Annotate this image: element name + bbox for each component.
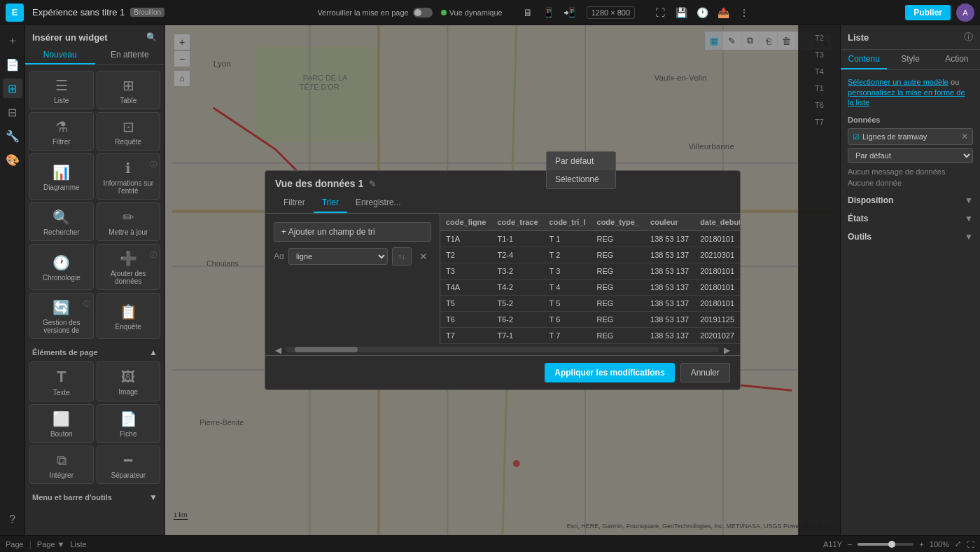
zoom-slider[interactable] (858, 543, 913, 546)
table-row[interactable]: T2T2-4T 2REG138 53 13720210301 (440, 247, 740, 263)
widget-rechercher[interactable]: 🔍 Rechercher (29, 202, 94, 241)
right-panel-title: Liste (848, 32, 869, 43)
statusbar-list[interactable]: Liste (70, 540, 86, 548)
sort-field-select[interactable]: ligne (288, 248, 388, 265)
col-code-tri[interactable]: code_tri_l (544, 214, 592, 231)
modal-tab-trier[interactable]: Trier (314, 193, 347, 213)
modal-tab-enregistre[interactable]: Enregistre... (347, 193, 410, 213)
widget-liste[interactable]: ☰ Liste (29, 71, 94, 109)
widget-separateur[interactable]: ━ Séparateur (97, 446, 161, 484)
statusbar-page-dropdown[interactable]: Page ▼ (37, 540, 65, 548)
rail-help-icon[interactable]: ? (3, 510, 22, 530)
fit-screen-icon[interactable]: ⤢ (955, 539, 961, 548)
etats-collapse[interactable]: États ▼ (848, 214, 973, 223)
save-icon[interactable]: 💾 (673, 4, 690, 21)
desktop-icon[interactable]: 🖥 (519, 4, 536, 21)
widget-integrer[interactable]: ⧉ Intégrer (29, 446, 94, 484)
tablet-icon[interactable]: 📱 (540, 4, 557, 21)
table-row[interactable]: T1AT1-1T 1REG138 53 13720180101 (440, 231, 740, 247)
sort-field-order-btn[interactable]: ↑↓ (392, 247, 412, 265)
apply-button[interactable]: Appliquer les modifications (545, 363, 674, 382)
publish-button[interactable]: Publier (905, 5, 951, 20)
mobile-icon[interactable]: 📲 (561, 4, 578, 21)
app-title: Expérience sans titre 1 (32, 7, 125, 18)
history-icon[interactable]: 🕐 (694, 4, 710, 21)
fullscreen-icon[interactable]: ⛶ (967, 540, 974, 548)
modal-header: Vue des données 1 ✎ (265, 171, 740, 193)
scroll-left-arrow[interactable]: ◀ (275, 345, 281, 355)
modal-tab-filtrer[interactable]: Filtrer (275, 193, 314, 213)
right-panel-header: Liste ⓘ (841, 25, 980, 50)
cancel-button[interactable]: Annuler (680, 363, 730, 382)
col-date-debut[interactable]: date_debut (694, 214, 740, 231)
fiche-label: Fiche (120, 430, 136, 438)
more-icon[interactable]: ⋮ (736, 4, 752, 21)
tab-nouveau[interactable]: Nouveau (25, 46, 95, 64)
disposition-collapse[interactable]: Disposition ▼ (848, 195, 973, 205)
dropdown-selectionne[interactable]: Sélectionné (547, 170, 615, 188)
col-couleur[interactable]: couleur (645, 214, 694, 231)
widget-info-entite[interactable]: ℹⓘ Informations sur l'entité (97, 153, 161, 200)
preview-icon[interactable]: ⛶ (652, 4, 668, 21)
data-default-select[interactable]: Par défaut (848, 148, 973, 163)
widget-ajouter-donnees[interactable]: ➕ⓘ Ajouter des données (97, 244, 161, 290)
etats-chevron: ▼ (965, 214, 973, 223)
lock-layout[interactable]: Verrouiller la mise en page (317, 8, 432, 18)
widget-panel-search-icon[interactable]: 🔍 (145, 31, 158, 43)
lock-toggle[interactable] (413, 8, 433, 18)
col-code-type[interactable]: code_type_ (592, 214, 645, 231)
rail-pages-icon[interactable]: 📄 (3, 55, 22, 74)
table-row[interactable]: T7T7-1T 7REG138 53 13720201027 (440, 328, 740, 344)
widget-texte[interactable]: T Texte (29, 361, 94, 401)
dropdown-par-defaut[interactable]: Par défaut (547, 152, 615, 170)
zoom-plus[interactable]: + (919, 540, 923, 548)
sort-field-delete-btn[interactable]: ✕ (416, 249, 431, 264)
data-layer-close[interactable]: ✕ (961, 132, 968, 142)
rail-themes-icon[interactable]: 🎨 (3, 150, 22, 170)
scroll-right-arrow[interactable]: ▶ (724, 345, 730, 355)
app-logo: E (6, 4, 24, 22)
widget-requete[interactable]: ⊡ Requête (97, 112, 161, 151)
rail-add-icon[interactable]: ＋ (3, 31, 22, 50)
rail-tools-icon[interactable]: 🔧 (3, 126, 22, 146)
table-row[interactable]: T6T6-2T 6REG138 53 13720191125 (440, 312, 740, 328)
table-row[interactable]: T4AT4-2T 4REG138 53 13720180101 (440, 280, 740, 296)
view-mode[interactable]: Vue dynamique (441, 8, 503, 17)
resolution-selector[interactable]: 1280 × 800 (587, 6, 635, 19)
outils-collapse[interactable]: Outils ▼ (848, 232, 973, 242)
widget-diagramme[interactable]: 📊 Diagramme (29, 153, 94, 200)
widget-fiche[interactable]: 📄 Fiche (97, 404, 161, 443)
widget-table[interactable]: ⊞ Table (97, 71, 161, 109)
right-panel-info-icon[interactable]: ⓘ (964, 31, 973, 43)
widget-filtrer[interactable]: ⚗ Filtrer (29, 112, 94, 151)
zoom-minus[interactable]: − (848, 540, 852, 548)
widget-gestion-versions[interactable]: 🔄ⓘ Gestion des versions de (29, 293, 94, 339)
right-tab-contenu[interactable]: Contenu (841, 50, 887, 69)
col-code-trace[interactable]: code_trace (491, 214, 543, 231)
widget-chronologie[interactable]: 🕐 Chronologie (29, 244, 94, 290)
rail-data-icon[interactable]: ⊟ (3, 102, 22, 122)
page-elements-collapse[interactable]: ▲ (149, 347, 158, 357)
tab-en-attente[interactable]: En attente (95, 46, 165, 64)
widget-enquete[interactable]: 📋 Enquête (97, 293, 161, 339)
col-code-ligne[interactable]: code_ligne (440, 214, 491, 231)
data-checkbox[interactable]: ☑ (853, 132, 860, 142)
zoom-slider-thumb[interactable] (888, 541, 895, 548)
scrollbar-track[interactable] (286, 347, 719, 352)
select-model-link[interactable]: Sélectionner un autre modèle (848, 78, 948, 86)
widget-image[interactable]: 🖼 Image (97, 361, 161, 401)
menu-section-collapse[interactable]: ▼ (149, 492, 158, 502)
widget-mettre-a-jour[interactable]: ✏ Mettre à jour (97, 202, 161, 241)
table-row[interactable]: T5T5-2T 5REG138 53 13720180101 (440, 296, 740, 312)
right-tab-action[interactable]: Action (934, 50, 980, 69)
modal-edit-icon[interactable]: ✎ (369, 179, 377, 189)
share-icon[interactable]: 📤 (715, 4, 732, 21)
scrollbar-thumb[interactable] (295, 347, 358, 352)
widget-bouton[interactable]: ⬜ Bouton (29, 404, 94, 443)
customize-link[interactable]: personnalisez la mise en forme de la lis… (848, 88, 965, 106)
right-tab-style[interactable]: Style (887, 50, 933, 69)
table-row[interactable]: T3T3-2T 3REG138 53 13720180101 (440, 263, 740, 280)
add-sort-button[interactable]: + Ajouter un champ de tri (274, 222, 431, 242)
user-avatar[interactable]: A (956, 4, 974, 22)
rail-widgets-icon[interactable]: ⊞ (3, 78, 22, 98)
